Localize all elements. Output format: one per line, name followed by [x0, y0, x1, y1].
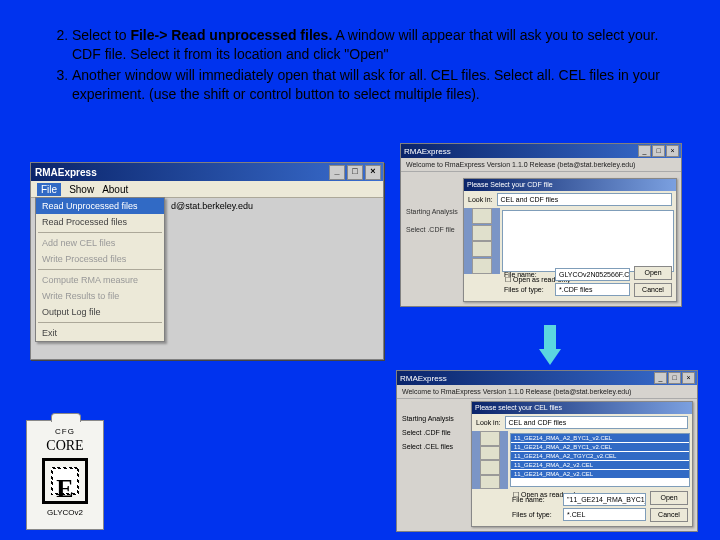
- menu-file[interactable]: File: [37, 183, 61, 196]
- close-button[interactable]: ×: [365, 165, 381, 180]
- logo-e-icon: [42, 458, 88, 504]
- file-dialog-cdf: Please Select your CDF file Look in: CEL…: [463, 178, 677, 302]
- place-desktop-icon[interactable]: [472, 225, 492, 241]
- menu-item-compute-rma[interactable]: Compute RMA measure: [36, 272, 164, 288]
- file-item[interactable]: 11_GE214_RMA_A2_v2.CEL: [511, 470, 689, 478]
- logo-line2: CORE: [27, 438, 103, 454]
- places-bar[interactable]: [472, 431, 508, 489]
- place-desktop-icon[interactable]: [480, 446, 500, 461]
- rma-window-cdf: RMAExpress _ □ × Welcome to RmaExpress V…: [400, 143, 682, 307]
- place-mycomputer-icon[interactable]: [480, 475, 500, 490]
- label-select-cdf: Select .CDF file: [402, 429, 451, 436]
- menu-item-read-processed[interactable]: Read Processed files: [36, 214, 164, 230]
- filename-field[interactable]: "11_GE214_RMA_BYC1_GLv2" +2.CEL" +2.CEL: [563, 493, 646, 506]
- close-button[interactable]: ×: [682, 372, 695, 384]
- label-analysis: Starting Analysis: [402, 415, 454, 422]
- menu-show[interactable]: Show: [69, 184, 94, 195]
- body-email: d@stat.berkeley.edu: [171, 201, 253, 211]
- menubar[interactable]: File Show About: [31, 181, 383, 198]
- menu-item-write-results[interactable]: Write Results to file: [36, 288, 164, 304]
- file-menu-dropdown[interactable]: Read Unprocessed files Read Processed fi…: [35, 197, 165, 342]
- filetype-combo[interactable]: *.CDF files: [555, 283, 630, 296]
- maximize-button[interactable]: □: [652, 145, 665, 157]
- file-item[interactable]: 11_GE214_RMA_A2_BYC1_v2.CEL: [511, 443, 689, 451]
- place-history-icon[interactable]: [480, 431, 500, 446]
- open-button[interactable]: Open: [634, 266, 672, 280]
- arrow-down-icon: [539, 325, 561, 365]
- place-mycomputer-icon[interactable]: [472, 258, 492, 274]
- close-button[interactable]: ×: [666, 145, 679, 157]
- info-text: Welcome to RmaExpress Version 1.1.0 Rele…: [397, 385, 697, 399]
- file-item[interactable]: 11_GE214_RMA_A2_BYC1_v2.CEL: [511, 434, 689, 442]
- window-title: RMAExpress: [400, 374, 447, 383]
- menu-sep: [38, 269, 162, 270]
- filetype-combo[interactable]: *.CEL: [563, 508, 646, 521]
- instruction-block: Select to File-> Read unprocessed files.…: [36, 26, 680, 106]
- titlebar[interactable]: RMAExpress _ □ ×: [397, 371, 697, 385]
- file-list[interactable]: [502, 210, 674, 272]
- open-button[interactable]: Open: [650, 491, 688, 505]
- menu-sep: [38, 232, 162, 233]
- menu-item-read-unprocessed[interactable]: Read Unprocessed files: [36, 198, 164, 214]
- menu-about[interactable]: About: [102, 184, 128, 195]
- titlebar[interactable]: RMAExpress _ □ ×: [401, 144, 681, 158]
- place-mydocs-icon[interactable]: [480, 460, 500, 475]
- filetype-label: Files of type:: [512, 511, 560, 518]
- file-dialog-cel: Please select your CEL files Look in: CE…: [471, 401, 693, 527]
- filename-label: File name:: [512, 496, 560, 503]
- places-bar[interactable]: [464, 208, 500, 274]
- logo-line3: GLYCOv2: [27, 508, 103, 517]
- menu-item-exit[interactable]: Exit: [36, 325, 164, 341]
- window-title: RMAExpress: [35, 167, 97, 178]
- menu-item-add-cel[interactable]: Add new CEL files: [36, 235, 164, 251]
- logo-line1: CFG: [27, 427, 103, 436]
- rma-window-menu: RMAExpress _ □ × File Show About Read Un…: [30, 162, 384, 360]
- menu-sep: [38, 322, 162, 323]
- titlebar[interactable]: RMAExpress _ □ ×: [31, 163, 383, 181]
- instruction-2: Select to File-> Read unprocessed files.…: [72, 26, 680, 64]
- dialog-title[interactable]: Please Select your CDF file: [464, 179, 676, 191]
- place-history-icon[interactable]: [472, 208, 492, 224]
- filetype-label: Files of type:: [504, 286, 552, 293]
- label-analysis: Starting Analysis: [406, 208, 458, 215]
- place-mydocs-icon[interactable]: [472, 241, 492, 257]
- rma-window-cel: RMAExpress _ □ × Welcome to RmaExpress V…: [396, 370, 698, 532]
- file-item[interactable]: 11_GE214_RMA_A2_v2.CEL: [511, 461, 689, 469]
- cfg-core-logo: CFG CORE GLYCOv2: [26, 420, 104, 530]
- lookin-combo[interactable]: CEL and CDF files: [505, 416, 688, 429]
- lookin-label: Look in:: [476, 419, 501, 426]
- maximize-button[interactable]: □: [347, 165, 363, 180]
- lookin-label: Look in:: [468, 196, 493, 203]
- info-text: Welcome to RmaExpress Version 1.1.0 Rele…: [401, 158, 681, 172]
- file-list[interactable]: 11_GE214_RMA_A2_BYC1_v2.CEL 11_GE214_RMA…: [510, 433, 690, 487]
- dialog-title[interactable]: Please select your CEL files: [472, 402, 692, 414]
- label-select-cel: Select .CEL files: [402, 443, 453, 450]
- menu-item-output-log[interactable]: Output Log file: [36, 304, 164, 320]
- label-select-cdf: Select .CDF file: [406, 226, 455, 233]
- filename-label: File name:: [504, 271, 552, 278]
- filename-field[interactable]: GLYCOv2N052566F.CDF: [555, 268, 630, 281]
- instruction-3: Another window will immediately open tha…: [72, 66, 680, 104]
- minimize-button[interactable]: _: [638, 145, 651, 157]
- menu-item-write-processed[interactable]: Write Processed files: [36, 251, 164, 267]
- window-title: RMAExpress: [404, 147, 451, 156]
- cancel-button[interactable]: Cancel: [650, 508, 688, 522]
- file-item[interactable]: 11_GE214_RMA_A2_TGYC2_v2.CEL: [511, 452, 689, 460]
- minimize-button[interactable]: _: [329, 165, 345, 180]
- minimize-button[interactable]: _: [654, 372, 667, 384]
- lookin-combo[interactable]: CEL and CDF files: [497, 193, 672, 206]
- cancel-button[interactable]: Cancel: [634, 283, 672, 297]
- maximize-button[interactable]: □: [668, 372, 681, 384]
